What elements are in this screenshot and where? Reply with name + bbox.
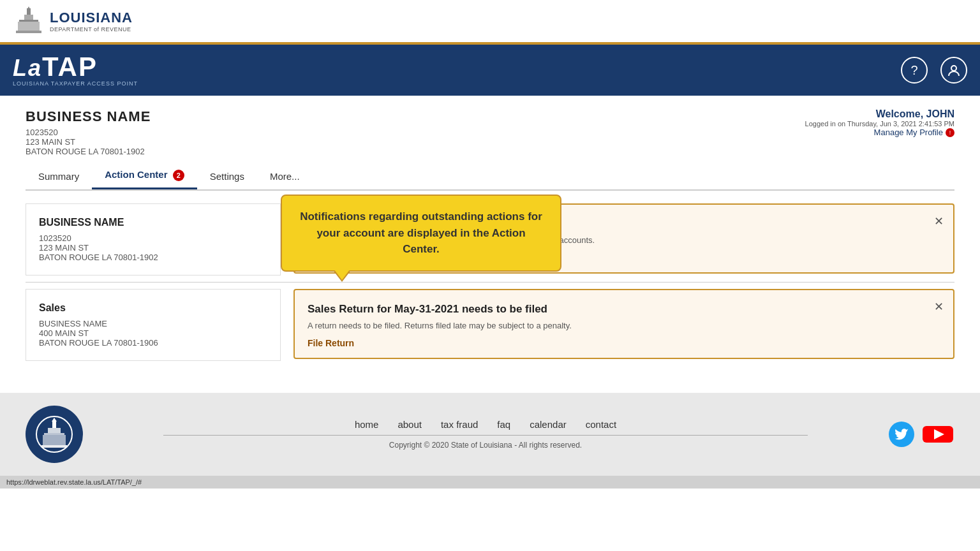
- profile-notification-badge: !: [946, 128, 954, 137]
- footer-link-faq[interactable]: faq: [497, 419, 510, 430]
- section-addr2-2: BATON ROUGE LA 70801-1906: [39, 338, 267, 348]
- user-button[interactable]: [940, 57, 967, 84]
- state-logo-icon: [13, 5, 45, 37]
- tabs-row: Summary Action Center 2 Settings More...: [26, 163, 954, 191]
- left-info-1: BUSINESS NAME 1023520 123 MAIN ST BATON …: [26, 203, 281, 276]
- user-icon: [947, 63, 961, 77]
- latap-subtitle: LOUISIANA TAXPAYER ACCESS POINT: [13, 80, 138, 87]
- notif-desc-2: A return needs to be filed. Returns file…: [308, 321, 940, 330]
- file-return-link[interactable]: File Return: [308, 338, 354, 348]
- notif-title-2: Sales Return for May-31-2021 needs to be…: [308, 303, 940, 316]
- svg-rect-4: [18, 22, 40, 31]
- footer-inner: home about tax fraud faq calendar contac…: [26, 406, 954, 463]
- section-title-2: Sales: [39, 302, 267, 314]
- business-address1: 123 MAIN ST: [26, 137, 805, 147]
- section-id-1: 1023520: [39, 233, 267, 243]
- footer-social: [888, 421, 954, 448]
- nav-bar: LaTAP LOUISIANA TAXPAYER ACCESS POINT ?: [0, 45, 980, 96]
- help-button[interactable]: ?: [901, 57, 928, 84]
- svg-rect-12: [43, 435, 66, 445]
- welcome-text: Welcome, JOHN: [805, 108, 954, 120]
- business-id: 1023520: [26, 128, 805, 137]
- business-name: BUSINESS NAME: [26, 108, 805, 125]
- notification-card-2: Sales Return for May-31-2021 needs to be…: [293, 289, 954, 359]
- footer-logo: [26, 406, 83, 463]
- svg-point-6: [951, 66, 956, 71]
- business-address2: BATON ROUGE LA 70801-1902: [26, 147, 805, 156]
- youtube-icon[interactable]: [921, 421, 954, 448]
- tab-action-center[interactable]: Action Center 2: [92, 163, 197, 189]
- svg-rect-3: [19, 20, 38, 22]
- left-info-2: Sales BUSINESS NAME 400 MAIN ST BATON RO…: [26, 289, 281, 361]
- header-row: BUSINESS NAME 1023520 123 MAIN ST BATON …: [26, 108, 954, 156]
- footer-link-calendar[interactable]: calendar: [530, 419, 567, 430]
- close-notif-1[interactable]: ✕: [934, 214, 944, 228]
- footer-link-taxfraud[interactable]: tax fraud: [441, 419, 478, 430]
- svg-rect-5: [16, 31, 41, 33]
- main-content: BUSINESS NAME 1023520 123 MAIN ST BATON …: [0, 96, 980, 380]
- tooltip-text: Notifications regarding outstanding acti…: [300, 210, 542, 255]
- status-url: https://ldrweblat.rev.state.la.us/LAT/TA…: [6, 478, 142, 486]
- section-divider: [26, 282, 954, 283]
- footer-center: home about tax fraud faq calendar contac…: [83, 419, 888, 450]
- tab-settings[interactable]: Settings: [197, 163, 257, 189]
- logo-dept: DEPARTMENT of REVENUE: [50, 26, 133, 33]
- tab-action-center-label: Action Center: [105, 169, 167, 180]
- close-notif-2[interactable]: ✕: [934, 300, 944, 314]
- logo-text: LOUISIANA DEPARTMENT of REVENUE: [50, 10, 133, 33]
- top-logo: LOUISIANA DEPARTMENT of REVENUE: [13, 5, 133, 37]
- tab-more[interactable]: More...: [257, 163, 313, 189]
- status-bar: https://ldrweblat.rev.state.la.us/LAT/TA…: [0, 476, 980, 489]
- user-info: Welcome, JOHN Logged in on Thursday, Jun…: [805, 108, 954, 137]
- footer-nav: home about tax fraud faq calendar contac…: [83, 419, 888, 430]
- svg-rect-11: [44, 433, 64, 435]
- section-addr2-1: BATON ROUGE LA 70801-1902: [39, 253, 267, 262]
- svg-rect-13: [41, 445, 67, 448]
- business-header: BUSINESS NAME 1023520 123 MAIN ST BATON …: [26, 108, 805, 156]
- svg-rect-2: [24, 15, 33, 20]
- tab-summary[interactable]: Summary: [26, 163, 92, 189]
- footer: home about tax fraud faq calendar contac…: [0, 393, 980, 476]
- logo-title: LOUISIANA: [50, 10, 133, 26]
- section-title-1: BUSINESS NAME: [39, 217, 267, 228]
- tab-summary-label: Summary: [38, 171, 79, 182]
- section-addr1-1: 123 MAIN ST: [39, 243, 267, 253]
- section-id-2: BUSINESS NAME: [39, 319, 267, 328]
- footer-link-contact[interactable]: contact: [586, 419, 616, 430]
- footer-link-about[interactable]: about: [397, 419, 422, 430]
- footer-logo-icon: [35, 415, 73, 453]
- footer-divider: [163, 435, 808, 436]
- nav-icons: ?: [901, 57, 967, 84]
- svg-rect-10: [48, 428, 61, 433]
- nav-logo: LaTAP LOUISIANA TAXPAYER ACCESS POINT: [13, 54, 138, 87]
- section-addr1-2: 400 MAIN ST: [39, 328, 267, 338]
- login-time: Logged in on Thursday, Jun 3, 2021 2:41:…: [805, 120, 954, 128]
- footer-copyright: Copyright © 2020 State of Louisiana - Al…: [83, 441, 888, 450]
- action-center-badge: 2: [173, 170, 184, 181]
- tab-settings-label: Settings: [210, 171, 244, 182]
- twitter-icon[interactable]: [888, 421, 915, 448]
- manage-profile-link[interactable]: Manage My Profile !: [805, 128, 954, 137]
- tooltip-bubble: Notifications regarding outstanding acti…: [281, 195, 561, 272]
- footer-link-home[interactable]: home: [355, 419, 379, 430]
- content-section-2: Sales BUSINESS NAME 400 MAIN ST BATON RO…: [26, 289, 954, 361]
- latap-title: LaTAP: [13, 54, 138, 80]
- tab-more-label: More...: [270, 171, 300, 182]
- manage-profile-label: Manage My Profile: [874, 128, 943, 137]
- top-bar: LOUISIANA DEPARTMENT of REVENUE: [0, 0, 980, 45]
